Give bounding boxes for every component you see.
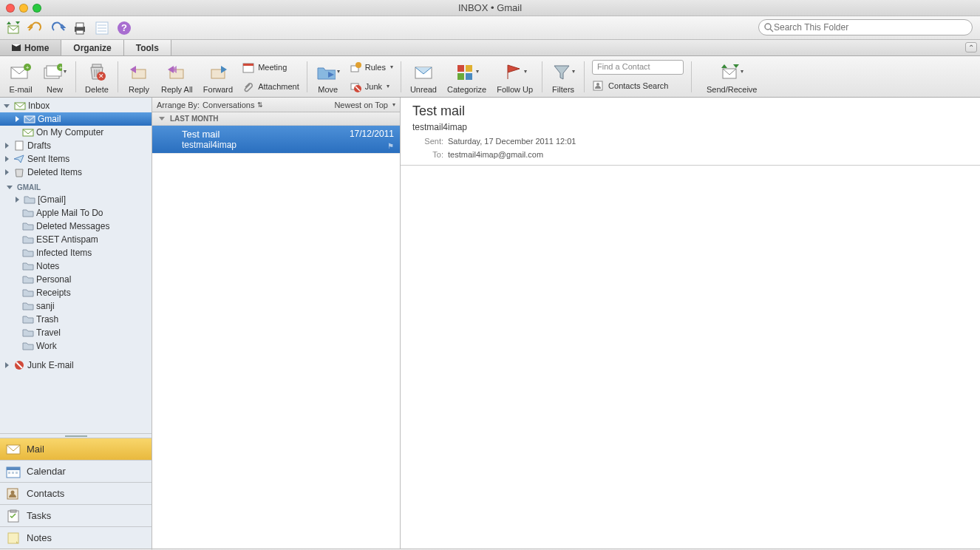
contacts-search-button[interactable]: Contacts Search — [592, 78, 684, 94]
attachment-button[interactable]: Attachment — [242, 78, 299, 95]
sidebar-work[interactable]: Work — [0, 339, 152, 353]
sidebar-gmail-account[interactable]: Gmail — [0, 112, 152, 126]
flag-icon[interactable]: ⚑ — [387, 142, 394, 150]
drafts-icon — [13, 140, 25, 151]
sort-button[interactable]: Newest on Top ▾ — [334, 101, 400, 109]
print-icon[interactable] — [71, 19, 89, 37]
tab-organize[interactable]: Organize — [61, 40, 123, 55]
quick-access-toolbar: ? — [0, 16, 980, 40]
categorize-button[interactable]: ▾ Categorize — [443, 57, 491, 97]
undo-icon[interactable] — [27, 19, 44, 37]
group-header[interactable]: LAST MONTH — [152, 112, 400, 126]
svg-rect-2 — [76, 23, 84, 27]
work-label: Work — [36, 341, 57, 351]
ribbon: + E-mail +▾ New ✕ Delete Reply Reply All… — [0, 56, 980, 98]
tab-home[interactable]: Home — [0, 40, 61, 55]
redo-icon[interactable] — [49, 19, 67, 37]
nav-mail-label: Mail — [27, 444, 44, 455]
reading-subject: Test mail — [412, 103, 968, 119]
collapse-ribbon-button[interactable]: ⌃ — [965, 42, 977, 52]
help-icon[interactable]: ? — [115, 19, 133, 37]
sidebar-receipts[interactable]: Receipts — [0, 286, 152, 299]
infected-label: Infected Items — [36, 248, 92, 258]
send-receive-quick-icon[interactable] — [4, 19, 22, 37]
sidebar-apple-todo[interactable]: Apple Mail To Do — [0, 206, 152, 220]
move-button[interactable]: ▾ Move — [312, 57, 344, 97]
list-icon[interactable] — [93, 19, 111, 37]
junk-button[interactable]: Junk▾ — [349, 78, 393, 95]
deleted-msgs-label: Deleted Messages — [36, 221, 109, 231]
nav-calendar[interactable]: Calendar — [0, 460, 152, 482]
separator — [401, 61, 401, 92]
sidebar-sent[interactable]: Sent Items — [0, 152, 152, 166]
search-box[interactable] — [758, 19, 973, 35]
sidebar-travel[interactable]: Travel — [0, 326, 152, 339]
sidebar-eset[interactable]: ESET Antispam — [0, 233, 152, 246]
contacts-nav-icon — [6, 487, 21, 500]
tasks-nav-icon — [6, 509, 21, 523]
find-contact-input[interactable]: Find a Contact — [592, 60, 684, 75]
message-item[interactable]: Test mail testmail4imap 17/12/2011 ⚑ — [152, 126, 400, 154]
nav-contacts[interactable]: Contacts — [0, 482, 152, 504]
filters-button[interactable]: ▾ Filters — [547, 57, 579, 97]
svg-rect-38 — [457, 73, 464, 80]
trash-icon — [13, 167, 25, 177]
delete-button[interactable]: ✕ Delete — [81, 57, 113, 97]
eset-label: ESET Antispam — [36, 234, 98, 245]
window-title: INBOX • Gmail — [0, 2, 980, 13]
categorize-label: Categorize — [447, 85, 486, 94]
follow-up-button[interactable]: ▾ Follow Up — [492, 57, 537, 97]
sidebar-deleted-messages[interactable]: Deleted Messages — [0, 220, 152, 233]
arrange-bar: Arrange By: Conversations ⇅ Newest on To… — [152, 98, 400, 112]
sort-label: Newest on Top — [334, 101, 388, 109]
svg-rect-46 — [16, 141, 23, 150]
reading-pane: Test mail testmail4imap Sent:Saturday, 1… — [401, 98, 980, 549]
sidebar-inbox[interactable]: Inbox — [0, 99, 152, 112]
email-button[interactable]: + E-mail — [4, 57, 37, 97]
sidebar-gmail-header[interactable]: GMAIL — [0, 179, 152, 193]
folder-icon — [22, 248, 34, 258]
reply-all-button[interactable]: Reply All — [157, 57, 197, 97]
sidebar-on-my-computer[interactable]: On My Computer — [0, 126, 152, 139]
svg-rect-36 — [457, 65, 464, 72]
sidebar-junk[interactable]: Junk E-mail — [0, 359, 152, 372]
email-label: E-mail — [9, 85, 32, 94]
nav-mail[interactable]: Mail — [0, 438, 152, 460]
nav-notes[interactable]: Notes — [0, 526, 152, 549]
msg-from: testmail4imap — [182, 140, 394, 150]
rules-button[interactable]: Rules▾ — [349, 59, 393, 75]
tab-home-label: Home — [24, 43, 49, 53]
delete-label: Delete — [85, 85, 109, 94]
sidebar-drafts[interactable]: Drafts — [0, 139, 152, 152]
svg-rect-55 — [16, 472, 18, 474]
send-receive-button[interactable]: ▾ Send/Receive — [702, 57, 762, 97]
meeting-button[interactable]: Meeting — [242, 59, 299, 75]
sidebar-notes-folder[interactable]: Notes — [0, 259, 152, 273]
arrange-by-button[interactable]: Arrange By: Conversations ⇅ — [152, 101, 334, 109]
apple-todo-label: Apple Mail To Do — [36, 208, 103, 218]
folder-icon — [22, 274, 34, 285]
send-receive-label: Send/Receive — [707, 85, 758, 94]
sidebar-sanji[interactable]: sanji — [0, 299, 152, 313]
follow-up-label: Follow Up — [497, 85, 533, 94]
tab-tools[interactable]: Tools — [124, 40, 171, 55]
to-value: testmail4imap@gmail.com — [448, 150, 543, 159]
message-list: Arrange By: Conversations ⇅ Newest on To… — [152, 98, 401, 549]
sidebar-infected[interactable]: Infected Items — [0, 246, 152, 259]
new-button[interactable]: +▾ New — [38, 57, 71, 97]
sidebar-deleted[interactable]: Deleted Items — [0, 166, 152, 179]
unread-button[interactable]: Unread — [406, 57, 441, 97]
sidebar-trash-folder[interactable]: Trash — [0, 313, 152, 326]
sanji-label: sanji — [36, 301, 55, 311]
sidebar-gmail-folder[interactable]: [Gmail] — [0, 193, 152, 206]
reply-button[interactable]: Reply — [123, 57, 155, 97]
folder-icon — [22, 341, 34, 351]
to-label: To: — [412, 150, 443, 159]
nav-buttons: Mail Calendar Contacts Tasks Notes — [0, 438, 152, 549]
search-input[interactable] — [774, 22, 967, 33]
svg-point-10 — [765, 24, 771, 30]
nav-tasks[interactable]: Tasks — [0, 504, 152, 526]
account-icon — [24, 114, 35, 124]
sidebar-personal[interactable]: Personal — [0, 273, 152, 286]
forward-button[interactable]: Forward — [199, 57, 237, 97]
